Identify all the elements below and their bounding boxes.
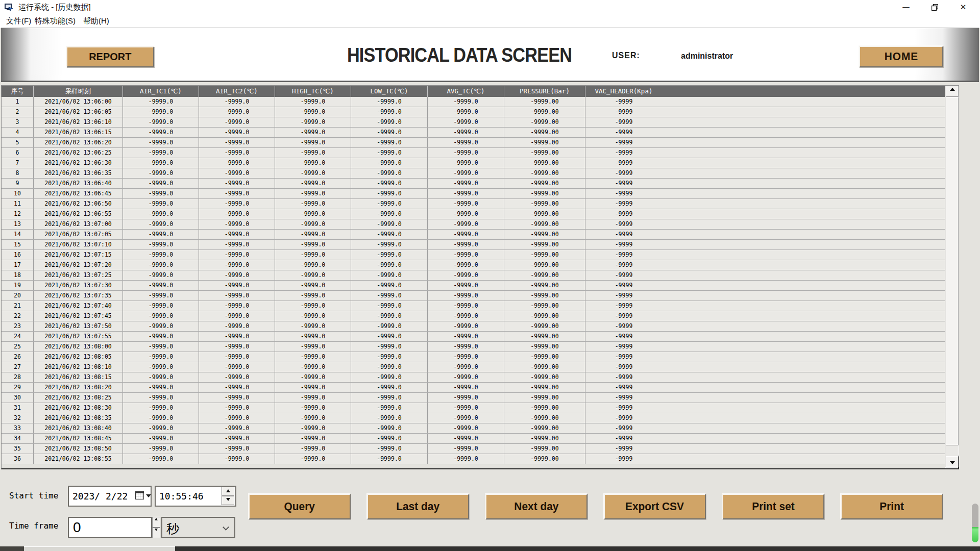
table-cell: 2021/06/02 13:06:00 xyxy=(34,97,123,107)
table-cell: -9999.0 xyxy=(275,454,351,464)
table-row[interactable]: 232021/06/02 13:07:50-9999.0-9999.0-9999… xyxy=(2,321,945,332)
scroll-down-button[interactable] xyxy=(946,456,959,467)
table-cell: -9999.0 xyxy=(275,209,351,219)
table-cell: -9999.00 xyxy=(504,434,585,443)
table-row[interactable]: 162021/06/02 13:07:15-9999.0-9999.0-9999… xyxy=(2,250,945,260)
column-header: AVG_TC(℃) xyxy=(428,86,504,97)
table-row[interactable]: 92021/06/02 13:06:40-9999.0-9999.0-9999.… xyxy=(2,179,945,189)
table-row[interactable]: 242021/06/02 13:07:55-9999.0-9999.0-9999… xyxy=(2,332,945,342)
table-row[interactable]: 32021/06/02 13:06:10-9999.0-9999.0-9999.… xyxy=(2,117,945,128)
table-row[interactable]: 142021/06/02 13:07:05-9999.0-9999.0-9999… xyxy=(2,230,945,240)
table-row[interactable]: 302021/06/02 13:08:25-9999.0-9999.0-9999… xyxy=(2,393,945,403)
table-row[interactable]: 282021/06/02 13:08:15-9999.0-9999.0-9999… xyxy=(2,372,945,383)
table-row[interactable]: 252021/06/02 13:08:00-9999.0-9999.0-9999… xyxy=(2,342,945,352)
table-row[interactable]: 172021/06/02 13:07:20-9999.0-9999.0-9999… xyxy=(2,260,945,270)
table-cell: 6 xyxy=(2,148,34,158)
table-cell: -9999.0 xyxy=(199,270,275,280)
menu-file[interactable]: 文件(F) xyxy=(6,16,31,26)
table-cell: 24 xyxy=(2,332,34,341)
close-button[interactable]: ✕ xyxy=(951,0,975,14)
table-cell: -9999.0 xyxy=(351,270,428,280)
table-cell: -9999.0 xyxy=(428,372,504,382)
table-cell: -9999.00 xyxy=(504,311,585,321)
scroll-up-button[interactable] xyxy=(946,86,959,97)
last-day-button[interactable]: Last day xyxy=(367,494,469,519)
menu-help[interactable]: 帮助(H) xyxy=(83,16,109,26)
table-row[interactable]: 352021/06/02 13:08:50-9999.0-9999.0-9999… xyxy=(2,444,945,454)
time-spin-down[interactable] xyxy=(222,496,234,505)
table-cell: -9999.0 xyxy=(199,219,275,229)
table-row[interactable]: 322021/06/02 13:08:35-9999.0-9999.0-9999… xyxy=(2,413,945,423)
table-cell: -9999.0 xyxy=(351,117,428,127)
table-row[interactable]: 362021/06/02 13:08:55-9999.0-9999.0-9999… xyxy=(2,454,945,464)
home-button[interactable]: HOME xyxy=(859,46,943,67)
table-row[interactable]: 182021/06/02 13:07:25-9999.0-9999.0-9999… xyxy=(2,270,945,281)
table-row[interactable]: 222021/06/02 13:07:45-9999.0-9999.0-9999… xyxy=(2,311,945,321)
table-row[interactable]: 152021/06/02 13:07:10-9999.0-9999.0-9999… xyxy=(2,240,945,250)
time-frame-input[interactable]: 0 xyxy=(68,517,152,538)
table-cell: -9999.0 xyxy=(428,423,504,433)
table-cell: 2021/06/02 13:07:05 xyxy=(34,230,123,239)
date-dropdown-icon[interactable] xyxy=(146,494,151,497)
table-row[interactable]: 102021/06/02 13:06:45-9999.0-9999.0-9999… xyxy=(2,189,945,199)
table-row[interactable]: 332021/06/02 13:08:40-9999.0-9999.0-9999… xyxy=(2,423,945,434)
table-row[interactable]: 22021/06/02 13:06:05-9999.0-9999.0-9999.… xyxy=(2,107,945,117)
table-cell: -9999.00 xyxy=(504,393,585,403)
table-cell: -9999.0 xyxy=(199,148,275,158)
table-row[interactable]: 42021/06/02 13:06:15-9999.0-9999.0-9999.… xyxy=(2,128,945,138)
table-row[interactable]: 122021/06/02 13:06:55-9999.0-9999.0-9999… xyxy=(2,209,945,219)
table-cell: 2021/06/02 13:07:30 xyxy=(34,281,123,290)
frame-spin-up[interactable] xyxy=(152,517,160,528)
table-cell: -9999.0 xyxy=(428,230,504,239)
table-row[interactable]: 72021/06/02 13:06:30-9999.0-9999.0-9999.… xyxy=(2,158,945,168)
calendar-icon[interactable] xyxy=(135,491,144,499)
table-cell: -9999.0 xyxy=(428,301,504,311)
table-cell: -9999.00 xyxy=(504,209,585,219)
table-row[interactable]: 192021/06/02 13:07:30-9999.0-9999.0-9999… xyxy=(2,281,945,291)
green-slider[interactable] xyxy=(972,504,978,542)
start-date-picker[interactable]: 2023/ 2/22 xyxy=(68,486,152,507)
table-row[interactable]: 202021/06/02 13:07:35-9999.0-9999.0-9999… xyxy=(2,291,945,301)
table-cell: -9999.00 xyxy=(504,301,585,311)
table-cell: -9999.0 xyxy=(199,209,275,219)
table-row[interactable]: 112021/06/02 13:06:50-9999.0-9999.0-9999… xyxy=(2,199,945,209)
table-row[interactable]: 262021/06/02 13:08:05-9999.0-9999.0-9999… xyxy=(2,352,945,362)
table-row[interactable]: 52021/06/02 13:06:20-9999.0-9999.0-9999.… xyxy=(2,138,945,148)
time-spin-up[interactable] xyxy=(222,487,234,496)
table-cell: -9999.0 xyxy=(123,372,199,382)
table-cell: -9999.0 xyxy=(428,250,504,260)
table-row[interactable]: 342021/06/02 13:08:45-9999.0-9999.0-9999… xyxy=(2,434,945,444)
table-cell: -9999.0 xyxy=(199,434,275,443)
table-row[interactable]: 62021/06/02 13:06:25-9999.0-9999.0-9999.… xyxy=(2,148,945,158)
next-day-button[interactable]: Next day xyxy=(485,494,587,519)
export-csv-button[interactable]: Export CSV xyxy=(604,494,706,519)
print-button[interactable]: Print xyxy=(841,494,943,519)
time-frame-value[interactable]: 0 xyxy=(73,519,81,536)
vertical-scrollbar[interactable] xyxy=(945,86,959,467)
table-row[interactable]: 82021/06/02 13:06:35-9999.0-9999.0-9999.… xyxy=(2,168,945,179)
start-date-value[interactable]: 2023/ 2/22 xyxy=(72,491,128,502)
user-label: USER: xyxy=(612,51,640,60)
table-cell: 2021/06/02 13:06:10 xyxy=(34,117,123,127)
restore-button[interactable] xyxy=(923,0,946,14)
bottom-strip-cell xyxy=(585,464,662,468)
report-button[interactable]: REPORT xyxy=(66,46,154,67)
table-row[interactable]: 272021/06/02 13:08:10-9999.0-9999.0-9999… xyxy=(2,362,945,372)
print-set-button[interactable]: Print set xyxy=(722,494,824,519)
table-row[interactable]: 292021/06/02 13:08:20-9999.0-9999.0-9999… xyxy=(2,383,945,393)
start-time-value[interactable]: 10:55:46 xyxy=(159,491,204,502)
table-row[interactable]: 132021/06/02 13:07:00-9999.0-9999.0-9999… xyxy=(2,219,945,230)
scroll-up-icon xyxy=(950,88,955,91)
menu-special-functions[interactable]: 特殊功能(S) xyxy=(35,16,76,26)
minimize-button[interactable]: — xyxy=(894,0,918,14)
frame-spin-down[interactable] xyxy=(152,528,160,538)
table-row[interactable]: 12021/06/02 13:06:00-9999.0-9999.0-9999.… xyxy=(2,97,945,107)
table-cell: -9999.0 xyxy=(275,291,351,300)
table-cell: -9999.0 xyxy=(275,230,351,239)
time-unit-select[interactable]: 秒 xyxy=(161,517,235,538)
table-cell: -9999.0 xyxy=(275,270,351,280)
scrollbar-thumb[interactable] xyxy=(946,97,959,445)
query-button[interactable]: Query xyxy=(249,494,351,519)
table-row[interactable]: 312021/06/02 13:08:30-9999.0-9999.0-9999… xyxy=(2,403,945,413)
table-row[interactable]: 212021/06/02 13:07:40-9999.0-9999.0-9999… xyxy=(2,301,945,311)
